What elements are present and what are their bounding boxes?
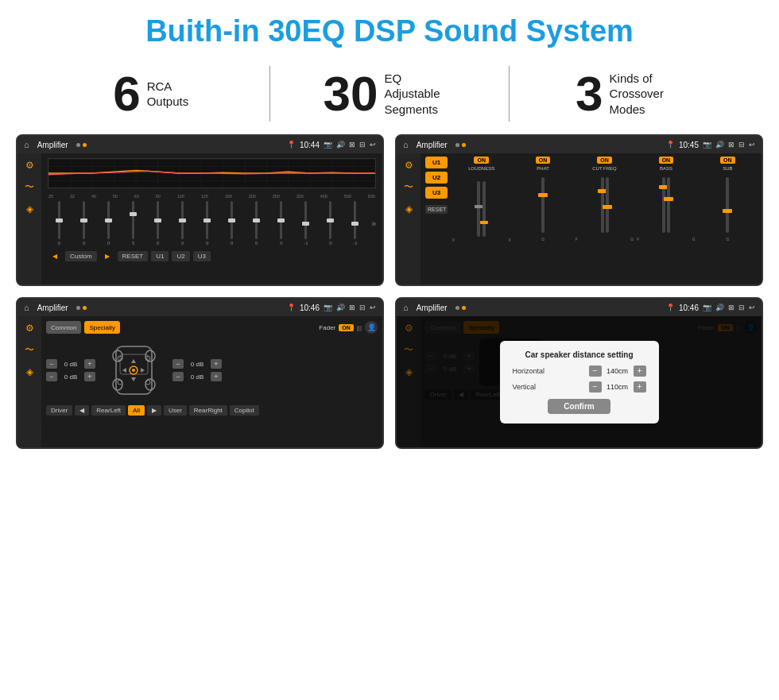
dialog-vertical-row: Vertical − 110cm +	[513, 381, 646, 393]
fader-fl-plus[interactable]: +	[84, 359, 95, 369]
dialog-confirm-button[interactable]: Confirm	[548, 399, 610, 414]
eq-min-icon: ⊟	[359, 141, 366, 149]
sub-label: SUB	[723, 166, 732, 171]
crossover-u3-btn[interactable]: U3	[425, 187, 448, 199]
crossover-reset-btn[interactable]: RESET	[425, 205, 448, 214]
eq-reset-btn[interactable]: RESET	[118, 251, 149, 261]
fader-specialty-tab[interactable]: Specialty	[84, 321, 119, 334]
fader-rearleft-btn[interactable]: RearLeft	[91, 405, 126, 416]
dialog-back-icon[interactable]: ↩	[749, 304, 755, 311]
crossover-cam-icon: 📷	[703, 141, 711, 149]
fader-fr-minus[interactable]: −	[172, 359, 184, 369]
bass-slider2[interactable]	[667, 177, 670, 233]
loudness-slider[interactable]	[477, 181, 480, 237]
fader-arrow-right-btn[interactable]: ▶	[147, 405, 161, 416]
fader-rr-control: − 0 dB +	[172, 372, 222, 381]
slider-12[interactable]: 0	[319, 201, 342, 246]
fader-back-icon[interactable]: ↩	[370, 304, 376, 311]
cutfreq-on[interactable]: ON	[597, 157, 612, 164]
fader-driver-btn[interactable]: Driver	[46, 405, 72, 416]
eq-sidebar-icon2[interactable]: 〜	[25, 180, 34, 194]
svg-marker-9	[131, 359, 136, 363]
dialog-vertical-minus[interactable]: −	[589, 381, 602, 393]
crossover-sidebar: ⚙ 〜 ◈	[397, 153, 421, 284]
fader-status-dots	[76, 306, 87, 310]
crossover-u1-btn[interactable]: U1	[425, 157, 448, 168]
eq-prev-btn[interactable]: ◀	[48, 251, 62, 261]
loudness-slider2[interactable]	[483, 181, 486, 237]
slider-7[interactable]: 0	[196, 201, 219, 246]
slider-4[interactable]: 5	[122, 201, 145, 246]
slider-6[interactable]: 0	[171, 201, 194, 246]
eq-u1-btn[interactable]: U1	[151, 251, 169, 261]
fader-copilot-btn[interactable]: Copilot	[230, 405, 259, 416]
fader-rr-minus[interactable]: −	[172, 372, 184, 381]
fader-sliders-icon: |||	[357, 324, 362, 331]
slider-10[interactable]: 0	[269, 201, 293, 246]
phat-on[interactable]: ON	[536, 157, 551, 164]
eq-screen-title: Amplifier	[37, 141, 68, 149]
fader-rl-plus[interactable]: +	[84, 372, 95, 381]
fader-arrow-left-btn[interactable]: ◀	[75, 405, 89, 416]
fader-on-badge[interactable]: ON	[339, 324, 354, 331]
crossover-presets: U1 U2 U3 RESET	[425, 157, 448, 281]
sub-slider[interactable]	[726, 177, 729, 233]
slider-1[interactable]: 0	[48, 201, 71, 246]
fader-sidebar-icon1[interactable]: ⚙	[25, 323, 34, 334]
eq-u2-btn[interactable]: U2	[172, 251, 189, 261]
fader-user-icon[interactable]: 👤	[365, 321, 378, 334]
crossover-home-icon[interactable]: ⌂	[403, 140, 409, 149]
slider-11[interactable]: -1	[294, 201, 317, 246]
cutfreq-slider2[interactable]	[606, 177, 609, 233]
slider-5[interactable]: 0	[146, 201, 169, 246]
eq-u3-btn[interactable]: U3	[193, 251, 211, 261]
eq-play-btn[interactable]: ▶	[100, 251, 114, 261]
eq-sidebar-icon3[interactable]: ◈	[26, 203, 33, 215]
fader-fr-val: 0 dB	[186, 361, 208, 368]
slider-9[interactable]: 0	[245, 201, 268, 246]
fader-common-tab[interactable]: Common	[46, 321, 81, 334]
dialog-vertical-value: 110cm	[605, 383, 630, 391]
phat-slider[interactable]	[541, 177, 545, 233]
fader-fr-plus[interactable]: +	[211, 359, 222, 369]
eq-back-icon[interactable]: ↩	[370, 141, 376, 149]
bass-on[interactable]: ON	[659, 157, 674, 164]
fader-rr-plus[interactable]: +	[211, 372, 222, 381]
crossover-u2-btn[interactable]: U2	[425, 172, 448, 184]
dialog-status-right: 📍 10:46 📷 🔊 ⊠ ⊟ ↩	[666, 304, 755, 312]
crossover-sidebar-icon2[interactable]: 〜	[404, 180, 413, 194]
crossover-back-icon[interactable]: ↩	[749, 141, 755, 149]
home-icon[interactable]: ⌂	[24, 140, 29, 149]
fader-rearright-btn[interactable]: RearRight	[189, 405, 227, 416]
dialog-home-icon[interactable]: ⌂	[403, 303, 409, 312]
slider-8[interactable]: 0	[220, 201, 243, 246]
crossover-time: 10:45	[679, 141, 699, 149]
dialog-horizontal-minus[interactable]: −	[589, 365, 602, 377]
slider-13[interactable]: -1	[343, 201, 366, 246]
eq-sidebar-icon1[interactable]: ⚙	[25, 160, 34, 171]
fader-sidebar-icon2[interactable]: 〜	[25, 343, 34, 357]
fader-status-right: 📍 10:46 📷 🔊 ⊠ ⊟ ↩	[287, 304, 376, 312]
fader-rl-minus[interactable]: −	[46, 372, 57, 381]
fader-all-btn[interactable]: All	[128, 405, 145, 416]
dialog-vertical-plus[interactable]: +	[634, 381, 646, 393]
dialog-horizontal-plus[interactable]: +	[634, 365, 646, 377]
fader-home-icon[interactable]: ⌂	[24, 303, 29, 312]
fader-fl-minus[interactable]: −	[46, 359, 57, 369]
eq-more-icon[interactable]: »	[371, 219, 376, 228]
sub-on[interactable]: ON	[720, 157, 735, 164]
crossover-sidebar-icon1[interactable]: ⚙	[405, 160, 413, 171]
channel-cutfreq: ON CUT FREQ FG	[576, 157, 634, 281]
dialog-dot1	[455, 306, 459, 310]
loudness-on[interactable]: ON	[474, 157, 489, 164]
fader-user-btn[interactable]: User	[164, 405, 187, 416]
fader-sidebar-icon3[interactable]: ◈	[26, 366, 33, 377]
crossover-status-bar: ⌂ Amplifier 📍 10:45 📷 🔊 ⊠ ⊟ ↩	[397, 136, 762, 153]
fader-label: Fader	[319, 324, 335, 331]
slider-3[interactable]: 0	[97, 201, 120, 246]
crossover-sidebar-icon3[interactable]: ◈	[405, 203, 413, 215]
eq-cam-icon: 📷	[324, 141, 332, 149]
bass-slider1[interactable]	[662, 177, 665, 233]
slider-2[interactable]: 0	[72, 201, 95, 246]
cutfreq-label: CUT FREQ	[592, 166, 617, 171]
